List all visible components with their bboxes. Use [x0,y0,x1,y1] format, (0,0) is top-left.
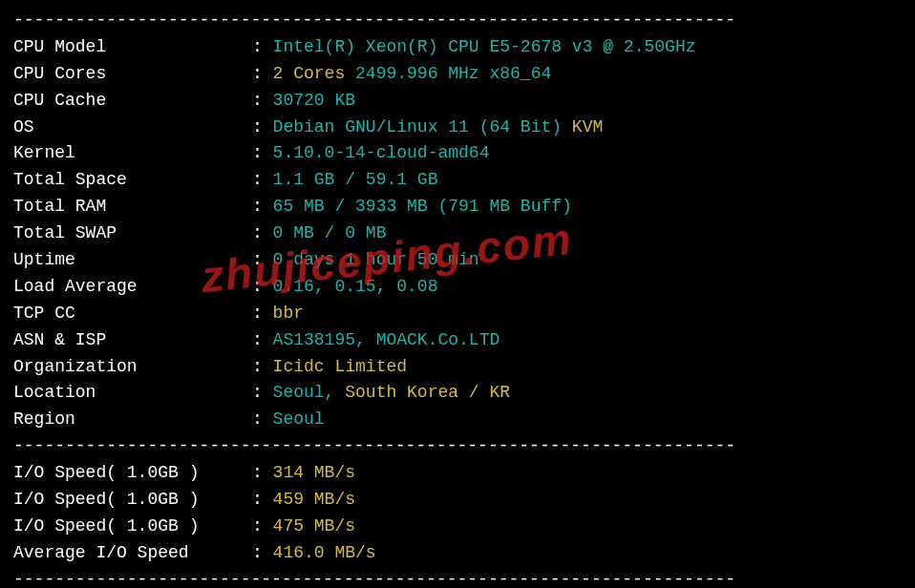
info-label: Uptime [13,247,252,274]
info-value: 65 MB / 3933 MB (791 MB Buff) [273,194,572,220]
info-label: OS [13,115,252,141]
info-value: Seoul, [273,380,335,407]
info-row: CPU Cache : 30720 KB [13,88,902,115]
info-value: AS138195, MOACK.Co.LTD [273,327,500,354]
info-row: OS : Debian GNU/Linux 11 (64 Bit) KVM [13,115,902,141]
info-value: Debian GNU/Linux 11 (64 Bit) [273,115,562,141]
info-label: CPU Cache [13,88,252,115]
info-label: ASN & ISP [13,327,252,354]
info-value: KVM [562,115,603,141]
info-label: Total RAM [13,194,252,220]
colon: : [252,354,273,381]
colon: : [252,34,273,61]
io-value: 459 MB/s [273,487,355,514]
info-label: Load Average [13,274,252,301]
info-label: Total Space [13,167,252,194]
colon: : [252,194,273,220]
colon: : [252,327,273,354]
colon: : [252,274,273,301]
info-row: Region : Seoul [13,407,902,433]
info-row: Organization : Icidc Limited [13,354,902,381]
io-label: I/O Speed( 1.0GB ) [13,460,252,487]
colon: : [252,380,273,407]
colon: : [252,247,273,274]
info-value: 0 MB / 0 MB [273,220,387,247]
io-row: I/O Speed( 1.0GB ) : 314 MB/s [13,460,902,487]
colon: : [252,487,273,514]
info-row: ASN & ISP : AS138195, MOACK.Co.LTD [13,327,902,354]
info-row: Load Average : 0.16, 0.15, 0.08 [13,274,902,301]
colon: : [252,140,273,167]
colon: : [252,88,273,115]
info-label: Organization [13,354,252,381]
info-row: TCP CC : bbr [13,301,902,327]
colon: : [252,407,273,433]
io-row: Average I/O Speed : 416.0 MB/s [13,540,902,567]
divider-top: ----------------------------------------… [13,8,902,34]
io-row: I/O Speed( 1.0GB ) : 459 MB/s [13,487,902,514]
info-value: 0.16, 0.15, 0.08 [273,274,438,301]
colon: : [252,514,273,540]
info-row: Total SWAP : 0 MB / 0 MB [13,220,902,247]
info-row: Uptime : 0 days 1 hour 50 min [13,247,902,274]
colon: : [252,460,273,487]
io-label: Average I/O Speed [13,540,252,567]
info-row: CPU Cores : 2 Cores 2499.996 MHz x86_64 [13,61,902,88]
info-row: CPU Model : Intel(R) Xeon(R) CPU E5-2678… [13,34,902,61]
info-label: CPU Cores [13,61,252,88]
io-row: I/O Speed( 1.0GB ) : 475 MB/s [13,514,902,540]
colon: : [252,540,273,567]
info-value: Icidc Limited [273,354,407,381]
info-value: 2499.996 MHz x86_64 [345,61,551,88]
info-label: Kernel [13,140,252,167]
info-value: 2 Cores [273,61,346,88]
info-value: South Korea / KR [334,380,510,407]
info-label: TCP CC [13,301,252,327]
info-value: 0 days 1 hour 50 min [273,247,479,274]
info-label: Location [13,380,252,407]
info-value: 1.1 GB / 59.1 GB [273,167,438,194]
info-value: 30720 KB [273,88,355,115]
io-value: 416.0 MB/s [273,540,376,567]
info-row: Kernel : 5.10.0-14-cloud-amd64 [13,140,902,167]
colon: : [252,61,273,88]
divider-bottom: ----------------------------------------… [13,567,902,588]
colon: : [252,167,273,194]
colon: : [252,220,273,247]
info-row: Total Space : 1.1 GB / 59.1 GB [13,167,902,194]
info-value: Intel(R) Xeon(R) CPU E5-2678 v3 @ 2.50GH… [273,34,696,61]
io-label: I/O Speed( 1.0GB ) [13,514,252,540]
io-value: 314 MB/s [273,460,355,487]
info-row: Total RAM : 65 MB / 3933 MB (791 MB Buff… [13,194,902,220]
info-value: bbr [273,301,304,327]
info-value: Seoul [273,407,325,433]
io-value: 475 MB/s [273,514,355,540]
info-value: 5.10.0-14-cloud-amd64 [273,140,490,167]
info-label: Total SWAP [13,220,252,247]
info-label: CPU Model [13,34,252,61]
info-label: Region [13,407,252,433]
colon: : [252,301,273,327]
divider-mid: ----------------------------------------… [13,433,902,460]
colon: : [252,115,273,141]
io-label: I/O Speed( 1.0GB ) [13,487,252,514]
info-row: Location : Seoul, South Korea / KR [13,380,902,407]
